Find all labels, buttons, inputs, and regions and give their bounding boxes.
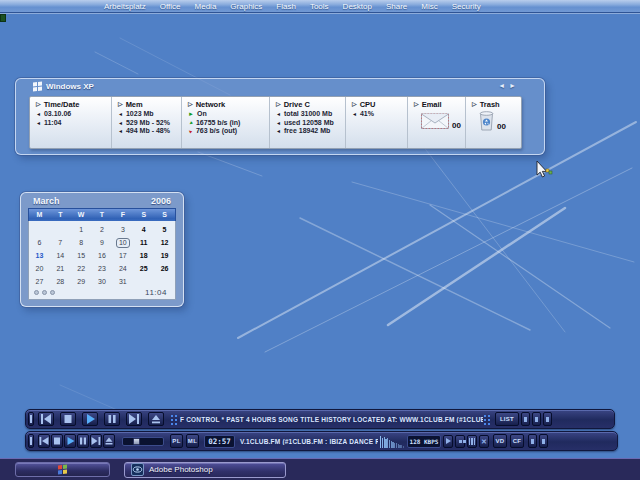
calendar-day-header: S [133, 209, 154, 221]
panel-nav: ◄ ► [498, 82, 516, 90]
mini-close-button[interactable]: ✕ [479, 435, 489, 448]
window-button-1[interactable] [521, 412, 530, 426]
menu-item-office[interactable]: Office [160, 2, 181, 11]
widget-section-drive-c-header[interactable]: ▷Drive C [276, 100, 342, 109]
trash-bin-icon[interactable] [478, 110, 495, 131]
expander-icon: ▷ [118, 101, 123, 108]
widget-item: ◄494 Mb - 48% [118, 127, 178, 136]
calendar-day-3: 3 [112, 224, 133, 237]
calendar-year: 2006 [151, 196, 171, 206]
spectrum-visualizer [380, 435, 404, 448]
menu-item-media[interactable]: Media [195, 2, 217, 11]
email-count: 00 [452, 121, 461, 130]
power-button[interactable] [28, 434, 34, 448]
widget-section-trash-header[interactable]: ▷ Trash [472, 100, 518, 109]
menu-item-security[interactable]: Security [452, 2, 481, 11]
mini-crossfade-button[interactable] [455, 435, 465, 448]
menu-item-desktop[interactable]: Desktop [343, 2, 372, 11]
taskbar-task-photoshop[interactable]: Adobe Photoshop [124, 462, 286, 478]
expander-icon: ▷ [276, 101, 281, 108]
widget-section-mem-header[interactable]: ▷Mem [118, 100, 178, 109]
pause-button[interactable] [77, 434, 89, 448]
calendar-day-11: 11 [133, 237, 154, 250]
panel-back-icon[interactable]: ◄ [498, 82, 505, 90]
eject-button[interactable] [148, 412, 164, 426]
menu-item-misc[interactable]: Misc [421, 2, 437, 11]
widget-item: ◄763 b/s (out) [188, 127, 266, 136]
item-marker-icon: ◄ [118, 111, 123, 117]
calendar-day-header: T [50, 209, 71, 221]
menu-item-arbeitsplatz[interactable]: Arbeitsplatz [104, 2, 146, 11]
ticker-grip-icon[interactable] [483, 414, 490, 425]
window-button-2[interactable] [532, 412, 541, 426]
power-button[interactable] [28, 412, 34, 426]
widget-item: ◄used 12058 Mb [276, 119, 342, 128]
calendar-month: March [33, 196, 60, 206]
list-button[interactable]: LIST [495, 412, 519, 426]
item-marker-icon: ◄ [36, 120, 41, 126]
calendar-day-header: F [112, 209, 133, 221]
video-button[interactable]: VD [493, 434, 507, 448]
trash-count: 00 [497, 122, 506, 131]
next-button[interactable] [90, 434, 102, 448]
mini-play-mode-button[interactable] [443, 435, 453, 448]
calendar-day-16: 16 [92, 250, 113, 263]
track-time-display: 02:57 [204, 435, 235, 448]
panel-forward-icon[interactable]: ► [509, 82, 516, 90]
window-button-1[interactable] [528, 434, 537, 448]
widget-section-trash: ▷ Trash 00 [466, 97, 521, 148]
windows-flag-icon [33, 81, 42, 91]
desktop: { "icons": { "expander": "▷", "marker": … [0, 0, 640, 480]
out-marker-icon: ◄ [187, 128, 195, 136]
widget-section-email-header[interactable]: ▷ Email [414, 100, 462, 109]
calendar-day-22: 22 [71, 263, 92, 276]
stop-button[interactable] [51, 434, 63, 448]
menu-item-graphics[interactable]: Graphics [230, 2, 262, 11]
calendar-day-18: 18 [133, 250, 154, 263]
song-history-ticker[interactable]: F CONTROL * PAST 4 HOURS SONG TITLE HIST… [177, 416, 483, 423]
volume-slider[interactable] [122, 437, 164, 446]
calendar-day-25: 25 [133, 263, 154, 276]
play-button[interactable] [82, 412, 98, 426]
widget-item: ◄total 31000 Mb [276, 110, 342, 119]
widget-section-network-header[interactable]: ▷Network [188, 100, 266, 109]
calendar-nav-dot[interactable] [42, 290, 47, 295]
eject-button[interactable] [103, 434, 115, 448]
panel-title-row: Windows XP [33, 82, 94, 91]
menu-item-share[interactable]: Share [386, 2, 407, 11]
in-marker-icon: ◄ [187, 119, 195, 127]
expander-icon: ▷ [36, 101, 41, 108]
volume-slider-handle[interactable] [133, 438, 140, 445]
menu-item-tools[interactable]: Tools [310, 2, 329, 11]
widget-section-email: ▷ Email 00 [408, 97, 466, 148]
pause-button[interactable] [104, 412, 120, 426]
calendar-grid: 1234567891011121314151617181920212223242… [29, 224, 175, 289]
calendar-day-17: 17 [112, 250, 133, 263]
window-button-3[interactable] [543, 412, 552, 426]
calendar-nav-dot[interactable] [34, 290, 39, 295]
widget-item: ◄1023 Mb [118, 110, 178, 119]
widget-section-cpu-header[interactable]: ▷CPU [352, 100, 404, 109]
start-button[interactable] [15, 462, 110, 477]
taskbar: Adobe Photoshop K 11:04 [0, 458, 640, 480]
config-button[interactable]: CF [510, 434, 524, 448]
widget-section-time-date-header[interactable]: ▷Time/Date [36, 100, 108, 109]
previous-button[interactable] [38, 434, 50, 448]
item-marker-icon: ◄ [118, 120, 123, 126]
calendar-day-12: 12 [154, 237, 175, 250]
ticker-grip-icon[interactable] [170, 414, 177, 425]
stop-button[interactable] [60, 412, 76, 426]
calendar-day-20: 20 [29, 263, 50, 276]
mini-eq-bars-button[interactable] [467, 435, 477, 448]
next-button[interactable] [126, 412, 142, 426]
media-library-button[interactable]: ML [186, 434, 199, 448]
window-button-2[interactable] [539, 434, 548, 448]
menu-item-flash[interactable]: Flash [276, 2, 296, 11]
calendar-nav-dot[interactable] [50, 290, 55, 295]
playlist-button[interactable]: PL [170, 434, 183, 448]
play-button[interactable] [64, 434, 76, 448]
previous-button[interactable] [38, 412, 54, 426]
now-playing-ticker[interactable]: V.1CLUB.FM (#1CLUB.FM : IBIZA DANCE RADI… [238, 438, 378, 445]
expander-icon: ▷ [414, 101, 419, 108]
email-envelope-icon[interactable] [420, 110, 450, 130]
